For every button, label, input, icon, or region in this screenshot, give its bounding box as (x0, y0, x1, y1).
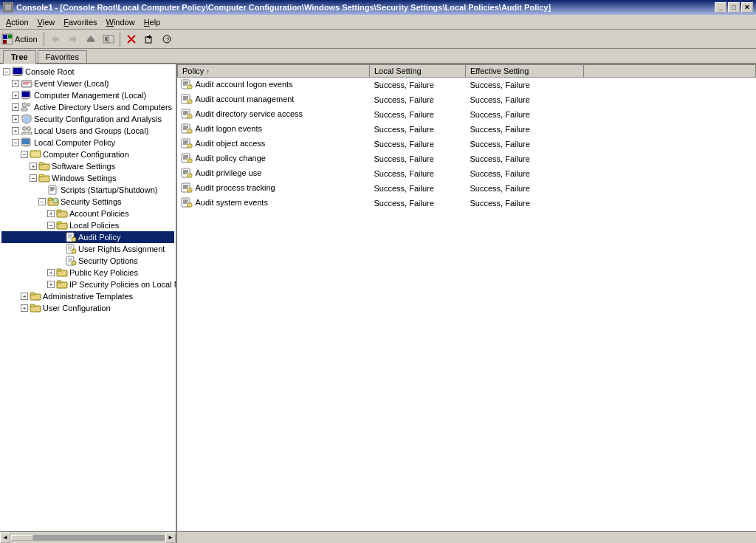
scroll-thumb[interactable] (11, 535, 33, 541)
tree-item-security-config[interactable]: + Security Configuration and Analysis (1, 113, 174, 125)
expand-computer-config[interactable]: − (21, 151, 28, 158)
tree-item-computer-config[interactable]: − Computer Configuration (1, 148, 174, 160)
menu-bar: Action View Favorites Window Help (0, 15, 756, 30)
forward-button[interactable] (65, 31, 81, 47)
minimize-button[interactable]: _ (715, 2, 726, 13)
maximize-button[interactable]: □ (728, 2, 740, 13)
svg-rect-81 (30, 304, 35, 307)
svg-rect-79 (30, 293, 35, 295)
expand-local-policies[interactable]: − (47, 222, 55, 229)
tree-item-active-directory[interactable]: + Active Directory Users and Computers (1, 101, 174, 113)
expand-active-directory[interactable]: + (12, 103, 19, 111)
user-rights-icon (65, 244, 77, 254)
admin-templates-label: Administrative Templates (43, 292, 133, 301)
col-header-local[interactable]: Local Setting (370, 65, 466, 78)
expand-windows-settings[interactable]: − (30, 174, 37, 182)
tree-item-scripts[interactable]: Scripts (Startup/Shutdown) (1, 184, 174, 196)
tree-item-local-policies[interactable]: − Local Policies (1, 219, 174, 231)
scroll-left-btn[interactable]: ◄ (0, 533, 10, 543)
tree-item-console-root[interactable]: − Console Root (1, 66, 174, 78)
empty-cell (584, 92, 756, 107)
expand-event-viewer[interactable]: + (12, 80, 19, 87)
svg-rect-56 (57, 210, 61, 212)
show-hide-button[interactable] (100, 31, 117, 47)
svg-rect-25 (13, 68, 22, 74)
tree-item-audit-policy[interactable]: Audit Policy (1, 231, 174, 243)
expand-user-config[interactable]: + (21, 304, 28, 312)
menu-view[interactable]: View (33, 16, 60, 28)
svg-rect-8 (3, 40, 7, 44)
menu-help[interactable]: Help (140, 16, 165, 28)
tree-item-security-settings[interactable]: − Security Settings (1, 196, 174, 208)
table-row[interactable]: Audit account management Success, Failur… (178, 92, 756, 107)
table-row[interactable]: Audit process tracking Success, FailureS… (178, 181, 756, 196)
tree-item-public-key[interactable]: + Public Key Policies (1, 267, 174, 279)
tree-item-local-users[interactable]: + Local Users and Groups (Local) (1, 125, 174, 137)
svg-rect-3 (5, 7, 8, 10)
event-viewer-label: Event Viewer (Local) (34, 79, 109, 88)
policy-cell: Audit object access (178, 137, 370, 151)
toolbar-sep-2 (120, 32, 120, 47)
security-settings-label: Security Settings (61, 197, 122, 206)
menu-window[interactable]: Window (102, 16, 140, 28)
local-setting-cell: Success, Failure (370, 166, 466, 181)
tree-item-windows-settings[interactable]: − Windows Settings (1, 172, 174, 184)
effective-setting-cell: Success, Failure (466, 196, 584, 211)
local-setting-cell: Success, Failure (370, 196, 466, 211)
table-row[interactable]: Audit policy change Success, FailureSucc… (178, 151, 756, 166)
expand-security-settings[interactable]: − (38, 198, 46, 205)
tree-item-software-settings[interactable]: + Software Settings (1, 160, 174, 172)
scroll-right-btn[interactable]: ► (165, 533, 176, 543)
policy-name: Audit process tracking (196, 183, 275, 192)
expand-ip-security[interactable]: + (47, 281, 55, 288)
account-policies-icon (56, 208, 68, 219)
tree-item-account-policies[interactable]: + Account Policies (1, 208, 174, 219)
expand-account-policies[interactable]: + (47, 210, 55, 217)
tree-item-user-rights[interactable]: User Rights Assignment (1, 243, 174, 255)
expand-console-root[interactable]: − (3, 68, 10, 75)
svg-point-36 (27, 103, 30, 106)
expand-public-key[interactable]: + (47, 269, 55, 276)
tree-scroll-bar[interactable]: ◄ ► (0, 532, 177, 543)
svg-rect-54 (48, 198, 52, 200)
menu-favorites[interactable]: Favorites (59, 16, 101, 28)
table-row[interactable]: Audit privilege use Success, FailureSucc… (178, 166, 756, 181)
expand-local-computer-policy[interactable]: − (12, 139, 19, 146)
tree-item-security-options[interactable]: Security Options (1, 255, 174, 267)
computer-icon (12, 66, 24, 77)
table-row[interactable]: Audit directory service access Success, … (178, 107, 756, 122)
table-row[interactable]: Audit object access Success, FailureSucc… (178, 137, 756, 151)
col-header-policy[interactable]: Policy ↑ (178, 65, 370, 78)
up-button[interactable] (83, 31, 99, 47)
table-row[interactable]: Audit account logon events Success, Fail… (178, 78, 756, 93)
expand-computer-management[interactable]: + (12, 92, 19, 99)
table-row[interactable]: Audit system events Success, FailureSucc… (178, 196, 756, 211)
tree-item-event-viewer[interactable]: + Event Viewer (Local) (1, 78, 174, 89)
policy-name: Audit policy change (196, 154, 266, 163)
properties-button[interactable]: ? (159, 31, 175, 47)
tree-item-ip-security[interactable]: + IP Security Policies on Local Mach... (1, 279, 174, 290)
window-controls: _ □ ✕ (715, 2, 753, 13)
menu-action[interactable]: Action (1, 16, 33, 28)
user-rights-label: User Rights Assignment (78, 245, 165, 253)
table-row[interactable]: Audit logon events Success, FailureSucce… (178, 122, 756, 137)
tree-item-local-computer-policy[interactable]: − Local Computer Policy (1, 137, 174, 148)
software-settings-label: Software Settings (52, 162, 115, 171)
expand-admin-templates[interactable]: + (21, 293, 28, 300)
tree-item-user-config[interactable]: + User Configuration (1, 302, 174, 314)
tree-item-computer-management[interactable]: + Computer Management (Local) (1, 89, 174, 101)
back-button[interactable] (47, 31, 63, 47)
delete-button[interactable] (123, 31, 140, 47)
close-button[interactable]: ✕ (741, 2, 753, 13)
computer-management-icon (21, 90, 32, 100)
expand-software-settings[interactable]: + (30, 163, 37, 170)
tab-favorites[interactable]: Favorites (38, 50, 87, 63)
tree-item-admin-templates[interactable]: + Administrative Templates (1, 290, 174, 302)
account-policies-label: Account Policies (69, 209, 129, 218)
export-button[interactable] (141, 31, 157, 47)
expand-local-users[interactable]: + (12, 127, 19, 134)
expand-security-config[interactable]: + (12, 115, 19, 123)
tab-tree[interactable]: Tree (3, 50, 36, 64)
col-header-effective[interactable]: Effective Setting (466, 65, 584, 78)
effective-setting-cell: Success, Failure (466, 166, 584, 181)
